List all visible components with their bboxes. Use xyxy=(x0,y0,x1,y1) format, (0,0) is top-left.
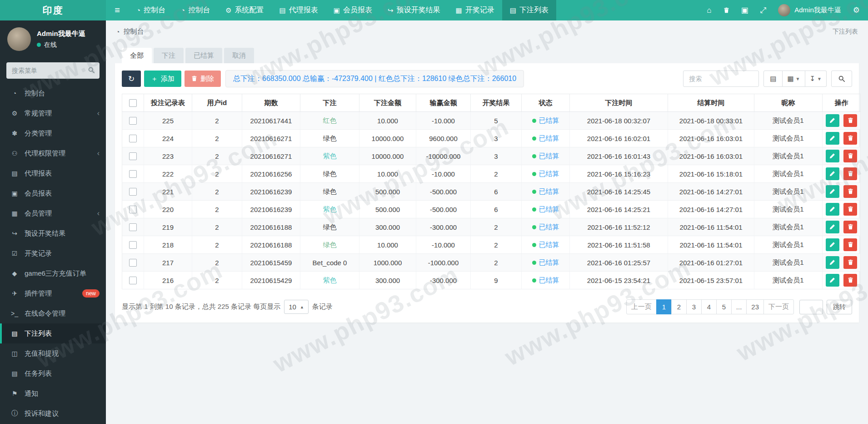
tab-3[interactable]: 取消 xyxy=(224,48,254,63)
sidebar-item[interactable]: ⓘ 投诉和建议 xyxy=(0,404,106,424)
delete-row-button[interactable] xyxy=(843,132,857,145)
user-menu[interactable]: Admin我最牛逼 xyxy=(778,4,841,16)
sidebar-item[interactable]: ▤ 任务列表 xyxy=(0,363,106,384)
sidebar-item[interactable]: ◫ 充值和提现 xyxy=(0,343,106,363)
nav-item[interactable]: ▤ 下注列表 xyxy=(502,0,556,20)
sidebar-item[interactable]: ▤ 下注列表 xyxy=(0,323,106,343)
edit-button[interactable] xyxy=(826,167,839,180)
nav-item[interactable]: ◔ 控制台 xyxy=(129,0,173,20)
sidebar-item[interactable]: ✈ 插件管理 new xyxy=(0,283,106,303)
table-search-input[interactable] xyxy=(683,71,759,87)
tab-2[interactable]: 已结算 xyxy=(185,48,222,63)
gear-icon[interactable]: ⚙ xyxy=(853,5,860,15)
home-icon[interactable]: ⌂ xyxy=(707,6,711,15)
jump-page-input[interactable] xyxy=(799,300,823,314)
page-button[interactable]: 4 xyxy=(701,299,717,314)
delete-row-button[interactable] xyxy=(843,185,857,198)
sidebar-item[interactable]: ✽ 分类管理 xyxy=(0,123,106,143)
page-button[interactable]: 2 xyxy=(671,299,687,314)
delete-row-button[interactable] xyxy=(843,238,857,251)
column-header[interactable]: 下注时间 xyxy=(570,94,668,112)
edit-button[interactable] xyxy=(826,114,839,127)
sidebar-item[interactable]: ◆ game6三方充值订单 xyxy=(0,263,106,283)
toggle-view-button[interactable]: ▤ xyxy=(763,71,783,87)
page-button[interactable]: 23 xyxy=(746,299,764,314)
delete-row-button[interactable] xyxy=(843,167,857,180)
tab-1[interactable]: 下注 xyxy=(154,48,184,63)
page-button[interactable]: 3 xyxy=(686,299,702,314)
row-checkbox[interactable] xyxy=(129,152,137,160)
row-checkbox[interactable] xyxy=(129,117,137,125)
delete-row-button[interactable] xyxy=(843,274,857,287)
sidebar-item[interactable]: ⚑ 通知 xyxy=(0,384,106,404)
page-size-select[interactable]: 10 ▲ xyxy=(284,300,309,314)
edit-button[interactable] xyxy=(826,150,839,162)
row-checkbox[interactable] xyxy=(129,223,137,231)
sidebar-item[interactable]: ☑ 开奖记录 xyxy=(0,243,106,263)
edit-button[interactable] xyxy=(826,132,839,145)
sidebar-item[interactable]: ⚇ 代理权限管理 ‹ xyxy=(0,143,106,163)
cache-icon[interactable]: ▣ xyxy=(741,5,748,15)
sidebar-item[interactable]: ↪ 预设开奖结果 xyxy=(0,223,106,243)
delete-row-button[interactable] xyxy=(843,203,857,216)
column-header[interactable]: 操作 xyxy=(823,94,861,112)
next-page-button[interactable]: 下一页 xyxy=(763,299,794,314)
edit-button[interactable] xyxy=(826,185,839,198)
breadcrumb[interactable]: ◔ 控制台 xyxy=(116,27,144,36)
refresh-button[interactable]: ↻ xyxy=(122,71,141,87)
row-checkbox[interactable] xyxy=(129,277,137,284)
sidebar-item[interactable]: ▦ 会员管理 ‹ xyxy=(0,203,106,223)
jump-button[interactable]: 跳转 xyxy=(827,300,852,314)
search-button[interactable] xyxy=(831,71,852,87)
sidebar-item[interactable]: ▤ 代理报表 xyxy=(0,163,106,183)
row-checkbox[interactable] xyxy=(129,170,137,178)
row-checkbox[interactable] xyxy=(129,135,137,142)
row-checkbox[interactable] xyxy=(129,188,137,196)
row-checkbox[interactable] xyxy=(129,241,137,249)
delete-row-button[interactable] xyxy=(843,221,857,233)
page-button[interactable]: 1 xyxy=(656,299,672,314)
column-header[interactable]: 结算时间 xyxy=(668,94,754,112)
prev-page-button[interactable]: 上一页 xyxy=(626,299,657,314)
delete-row-button[interactable] xyxy=(843,114,857,127)
column-header[interactable]: 状态 xyxy=(522,94,570,112)
column-header[interactable]: 投注记录表 xyxy=(144,94,192,112)
sidebar-item[interactable]: ◔ 控制台 xyxy=(0,83,106,103)
columns-button[interactable]: ▦▼ xyxy=(783,71,805,87)
menu-toggle-icon[interactable]: ≡ xyxy=(106,0,129,20)
edit-button[interactable] xyxy=(826,274,839,287)
nav-item[interactable]: ◔ 控制台 xyxy=(173,0,218,20)
tab-0[interactable]: 全部 xyxy=(122,48,152,63)
column-header[interactable]: 用户id xyxy=(192,94,242,112)
page-button[interactable]: 5 xyxy=(716,299,732,314)
trash-icon[interactable] xyxy=(723,7,729,13)
nav-item[interactable]: ↪ 预设开奖结果 xyxy=(380,0,448,20)
select-all-checkbox[interactable] xyxy=(129,99,137,107)
add-button[interactable]: ＋添加 xyxy=(144,71,181,87)
edit-button[interactable] xyxy=(826,221,839,233)
row-checkbox[interactable] xyxy=(129,206,137,213)
export-button[interactable]: ↧▼ xyxy=(805,71,827,87)
column-header[interactable]: 下注 xyxy=(300,94,359,112)
nav-item[interactable]: ▤ 代理报表 xyxy=(272,0,326,20)
edit-button[interactable] xyxy=(826,256,839,269)
nav-item[interactable]: ▣ 会员报表 xyxy=(326,0,380,20)
edit-button[interactable] xyxy=(826,238,839,251)
column-header[interactable]: 下注金额 xyxy=(359,94,416,112)
delete-row-button[interactable] xyxy=(843,150,857,162)
nav-item[interactable]: ⚙ 系统配置 xyxy=(218,0,271,20)
edit-button[interactable] xyxy=(826,203,839,216)
delete-row-button[interactable] xyxy=(843,256,857,269)
column-header[interactable]: 开奖结果 xyxy=(471,94,522,112)
nav-item[interactable]: ▦ 开奖记录 xyxy=(448,0,502,20)
fullscreen-icon[interactable]: ⤢ xyxy=(760,6,767,15)
column-header[interactable]: 昵称 xyxy=(754,94,823,112)
brand-logo[interactable]: 印度 xyxy=(0,0,106,20)
sidebar-item[interactable]: ⚙ 常规管理 ‹ xyxy=(0,103,106,123)
delete-button[interactable]: 删除 xyxy=(185,71,221,87)
sidebar-search-input[interactable] xyxy=(6,62,100,79)
sidebar-item[interactable]: ▣ 会员报表 xyxy=(0,183,106,203)
column-header[interactable]: 输赢金额 xyxy=(416,94,471,112)
sidebar-item[interactable]: >_ 在线命令管理 xyxy=(0,303,106,323)
column-header[interactable]: 期数 xyxy=(242,94,300,112)
